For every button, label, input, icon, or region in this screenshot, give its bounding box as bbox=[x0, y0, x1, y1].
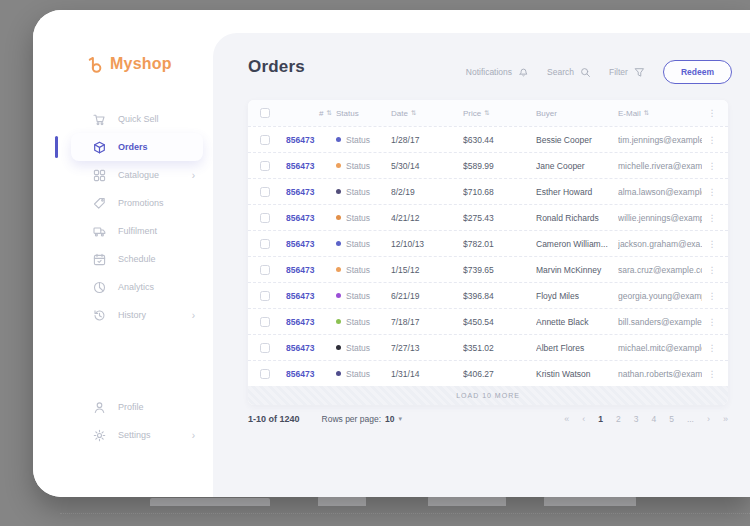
row-checkbox[interactable] bbox=[260, 161, 270, 171]
select-all-checkbox[interactable] bbox=[260, 108, 270, 118]
order-id-link[interactable]: 856473 bbox=[286, 291, 336, 301]
sidebar-item-profile[interactable]: Profile bbox=[71, 393, 203, 421]
date-cell: 6/21/19 bbox=[391, 291, 463, 301]
row-checkbox[interactable] bbox=[260, 265, 270, 275]
column-header-date[interactable]: Date ⇅ bbox=[391, 109, 463, 118]
status-label: Status bbox=[346, 369, 370, 379]
status-cell: Status bbox=[336, 213, 391, 223]
buyer-cell: Cameron William... bbox=[536, 239, 618, 249]
order-id-link[interactable]: 856473 bbox=[286, 213, 336, 223]
column-header-email[interactable]: E-Mail ⇅ bbox=[618, 109, 702, 118]
background-artifact bbox=[428, 496, 506, 506]
column-label: # bbox=[319, 109, 323, 118]
page-button-5[interactable]: 5 bbox=[669, 414, 674, 424]
price-cell: $782.01 bbox=[463, 239, 536, 249]
background-artifact bbox=[544, 496, 636, 506]
status-label: Status bbox=[346, 187, 370, 197]
redeem-button[interactable]: Redeem bbox=[663, 60, 732, 84]
status-label: Status bbox=[346, 135, 370, 145]
next-page-button[interactable]: › bbox=[707, 414, 710, 424]
filter-funnel-icon bbox=[634, 67, 645, 78]
sidebar-item-orders[interactable]: Orders bbox=[71, 133, 203, 161]
row-checkbox[interactable] bbox=[260, 187, 270, 197]
app-window: Myshop Quick Sell Orders bbox=[33, 10, 750, 497]
order-id-link[interactable]: 856473 bbox=[286, 369, 336, 379]
sidebar-item-label: History bbox=[118, 310, 192, 320]
column-header-id[interactable]: # ⇅ bbox=[286, 109, 336, 118]
row-checkbox[interactable] bbox=[260, 317, 270, 327]
notifications-button[interactable]: Notifications bbox=[466, 66, 529, 78]
order-id-link[interactable]: 856473 bbox=[286, 161, 336, 171]
status-label: Status bbox=[346, 213, 370, 223]
date-cell: 1/31/14 bbox=[391, 369, 463, 379]
row-menu-icon[interactable]: ⋮ bbox=[702, 343, 722, 353]
row-menu-icon[interactable]: ⋮ bbox=[702, 317, 722, 327]
row-menu-icon[interactable]: ⋮ bbox=[702, 265, 722, 275]
row-menu-icon[interactable]: ⋮ bbox=[702, 213, 722, 223]
page-button-3[interactable]: 3 bbox=[634, 414, 639, 424]
email-cell: nathan.roberts@examp... bbox=[618, 369, 702, 379]
row-menu-icon[interactable]: ⋮ bbox=[702, 161, 722, 171]
truck-icon bbox=[93, 225, 106, 238]
order-id-link[interactable]: 856473 bbox=[286, 317, 336, 327]
page-button-2[interactable]: 2 bbox=[616, 414, 621, 424]
cart-icon bbox=[93, 113, 106, 126]
row-menu-icon[interactable]: ⋮ bbox=[702, 135, 722, 145]
load-more-button[interactable]: LOAD 10 MORE bbox=[248, 386, 728, 405]
sidebar-item-label: Fulfilment bbox=[118, 226, 195, 236]
price-cell: $739.65 bbox=[463, 265, 536, 275]
order-id-link[interactable]: 856473 bbox=[286, 343, 336, 353]
canvas-guide-line bbox=[60, 513, 750, 514]
status-label: Status bbox=[346, 161, 370, 171]
sidebar-item-quick-sell[interactable]: Quick Sell bbox=[71, 105, 203, 133]
column-label: Date bbox=[391, 109, 408, 118]
column-header-status[interactable]: Status bbox=[336, 109, 391, 118]
row-checkbox[interactable] bbox=[260, 135, 270, 145]
sidebar-item-schedule[interactable]: Schedule bbox=[71, 245, 203, 273]
sidebar-item-analytics[interactable]: Analytics bbox=[71, 273, 203, 301]
row-checkbox[interactable] bbox=[260, 291, 270, 301]
column-label: Status bbox=[336, 109, 359, 118]
table-header-row: # ⇅ Status Date ⇅ Price ⇅ Bu bbox=[248, 100, 728, 126]
page-button-4[interactable]: 4 bbox=[651, 414, 656, 424]
sidebar-item-settings[interactable]: Settings › bbox=[71, 421, 203, 449]
row-menu-icon[interactable]: ⋮ bbox=[702, 239, 722, 249]
first-page-button[interactable]: « bbox=[564, 414, 569, 424]
last-page-button[interactable]: » bbox=[723, 414, 728, 424]
row-menu-icon[interactable]: ⋮ bbox=[702, 369, 722, 379]
table-row: 856473 Status 7/18/17 $450.54 Annette Bl… bbox=[248, 308, 728, 334]
status-cell: Status bbox=[336, 161, 391, 171]
row-menu-icon[interactable]: ⋮ bbox=[702, 291, 722, 301]
logo[interactable]: Myshop bbox=[86, 54, 172, 74]
order-id-link[interactable]: 856473 bbox=[286, 135, 336, 145]
price-cell: $396.84 bbox=[463, 291, 536, 301]
sidebar-item-fulfilment[interactable]: Fulfilment bbox=[71, 217, 203, 245]
status-dot bbox=[336, 371, 341, 376]
row-checkbox[interactable] bbox=[260, 239, 270, 249]
buyer-cell: Jane Cooper bbox=[536, 161, 618, 171]
sidebar-item-promotions[interactable]: Promotions bbox=[71, 189, 203, 217]
prev-page-button[interactable]: ‹ bbox=[582, 414, 585, 424]
row-checkbox[interactable] bbox=[260, 369, 270, 379]
order-id-link[interactable]: 856473 bbox=[286, 265, 336, 275]
rows-per-page-select[interactable]: Rows per page: 10 ▾ bbox=[322, 414, 403, 424]
row-checkbox[interactable] bbox=[260, 213, 270, 223]
sidebar-item-history[interactable]: History › bbox=[71, 301, 203, 329]
table-row: 856473 Status 6/21/19 $396.84 Floyd Mile… bbox=[248, 282, 728, 308]
design-canvas: Myshop Quick Sell Orders bbox=[0, 0, 750, 526]
column-header-price[interactable]: Price ⇅ bbox=[463, 109, 536, 118]
header-menu-icon[interactable]: ⋮ bbox=[702, 108, 722, 118]
row-checkbox[interactable] bbox=[260, 343, 270, 353]
package-icon bbox=[93, 141, 106, 154]
page-button-1[interactable]: 1 bbox=[598, 414, 603, 424]
sidebar-item-catalogue[interactable]: Catalogue › bbox=[71, 161, 203, 189]
column-label: E-Mail bbox=[618, 109, 641, 118]
row-menu-icon[interactable]: ⋮ bbox=[702, 187, 722, 197]
search-button[interactable]: Search bbox=[547, 67, 591, 78]
order-id-link[interactable]: 856473 bbox=[286, 239, 336, 249]
order-id-link[interactable]: 856473 bbox=[286, 187, 336, 197]
column-header-buyer[interactable]: Buyer bbox=[536, 109, 618, 118]
filter-button[interactable]: Filter bbox=[609, 67, 645, 78]
price-cell: $450.54 bbox=[463, 317, 536, 327]
email-cell: tim.jennings@example... bbox=[618, 135, 702, 145]
